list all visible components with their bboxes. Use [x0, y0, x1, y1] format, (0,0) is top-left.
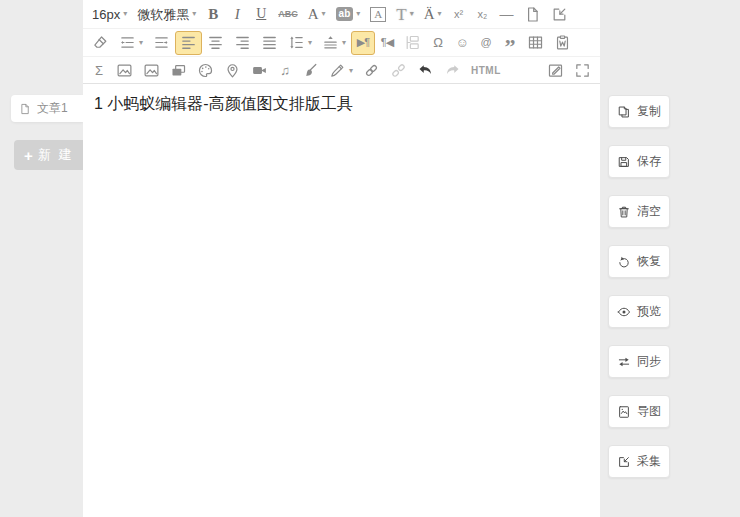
- trash-icon: [617, 205, 631, 219]
- editor-content-area[interactable]: 1 小蚂蚁编辑器-高颜值图文排版工具: [83, 84, 600, 517]
- font-family-select[interactable]: 微软雅黑▾: [132, 2, 201, 26]
- html-source-button[interactable]: HTML: [466, 59, 506, 83]
- text-background-color-button[interactable]: ab▾: [331, 2, 366, 26]
- paragraph-spacing-button[interactable]: ▾: [317, 31, 351, 55]
- subscript-button[interactable]: x₂: [471, 2, 495, 26]
- backward-pilcrow-button[interactable]: ¶◀: [375, 31, 399, 55]
- indent-button[interactable]: ▾: [114, 31, 148, 55]
- image-library-button[interactable]: [138, 59, 165, 83]
- import-icon: [617, 455, 631, 469]
- align-right-button[interactable]: [229, 31, 256, 55]
- import-article-button[interactable]: [546, 2, 573, 26]
- align-center-button[interactable]: [202, 31, 229, 55]
- mindmap-button[interactable]: 导图: [608, 395, 670, 428]
- font-color-button[interactable]: A▾: [303, 2, 331, 26]
- copy-button-label: 复制: [637, 103, 661, 120]
- formula-button[interactable]: Σ: [87, 59, 111, 83]
- article-tab[interactable]: 文章1: [11, 95, 83, 122]
- fullscreen-button[interactable]: [569, 59, 596, 83]
- italic-button[interactable]: I: [225, 2, 249, 26]
- font-size-select-label: 16px: [92, 8, 120, 21]
- blockquote-button[interactable]: ”: [498, 31, 522, 55]
- text-border-button[interactable]: A: [365, 2, 391, 26]
- align-left-icon: [180, 34, 197, 51]
- card-button[interactable]: [165, 59, 192, 83]
- dropdown-caret-icon: ▾: [342, 39, 346, 47]
- emoji-button[interactable]: ☺: [450, 31, 474, 55]
- sync-button[interactable]: 同步: [608, 345, 670, 378]
- mention-search-button-label: @: [480, 37, 491, 48]
- table-button[interactable]: [522, 31, 549, 55]
- save-button-label: 保存: [637, 153, 661, 170]
- formula-button-label: Σ: [95, 64, 103, 77]
- paste-from-word-button[interactable]: [549, 31, 576, 55]
- copy-button[interactable]: 复制: [608, 95, 670, 128]
- brush-icon: [302, 62, 319, 79]
- outdent-icon: [153, 34, 170, 51]
- dropdown-caret-icon: ▾: [322, 10, 326, 18]
- bold-button[interactable]: B: [201, 2, 225, 26]
- collect-button-label: 采集: [637, 453, 661, 470]
- font-size-select[interactable]: 16px▾: [87, 2, 132, 26]
- align-justify-button[interactable]: [256, 31, 283, 55]
- text-shadow-button-label: T: [396, 6, 406, 23]
- horizontal-rule-button[interactable]: —: [495, 2, 519, 26]
- collect-button[interactable]: 采集: [608, 445, 670, 478]
- line-height-button[interactable]: ▾: [283, 31, 317, 55]
- blockquote-button-label: ”: [505, 36, 516, 57]
- audio-button-label: ♫: [280, 64, 290, 77]
- font-family-select-label: 微软雅黑: [137, 8, 189, 21]
- special-char-button[interactable]: Ω: [426, 31, 450, 55]
- italic-button-label: I: [235, 7, 240, 22]
- superscript-button-label: x²: [454, 9, 463, 20]
- page-icon: [524, 6, 541, 23]
- clear-button[interactable]: 清空: [608, 195, 670, 228]
- redo-icon: [444, 62, 461, 79]
- article-list-rail: 文章1 + 新 建: [0, 0, 83, 517]
- location-button[interactable]: [219, 59, 246, 83]
- undo-button[interactable]: [412, 59, 439, 83]
- pinyin-annotation-button[interactable]: Ä▾: [419, 2, 447, 26]
- forward-pilcrow-button[interactable]: ▶¶: [351, 31, 375, 55]
- mention-search-button[interactable]: @: [474, 31, 498, 55]
- word-icon: [554, 34, 571, 51]
- new-page-button[interactable]: [519, 2, 546, 26]
- split-section-button[interactable]: [399, 31, 426, 55]
- font-color-button-label: A: [308, 7, 319, 22]
- html-source-button-label: HTML: [471, 66, 501, 76]
- emoji-button-label: ☺: [455, 36, 468, 49]
- bold-button-label: B: [208, 7, 218, 22]
- new-article-button[interactable]: + 新 建: [14, 140, 83, 170]
- video-button[interactable]: [246, 59, 273, 83]
- text-shadow-button[interactable]: T▾: [391, 2, 418, 26]
- pen-style-button[interactable]: ▾: [324, 59, 358, 83]
- unlink-button[interactable]: [385, 59, 412, 83]
- text-border-button-label: A: [370, 7, 386, 22]
- dropdown-caret-icon: ▾: [410, 10, 414, 18]
- clear-format-button[interactable]: [87, 31, 114, 55]
- color-palette-button[interactable]: [192, 59, 219, 83]
- underline-button-label: U: [256, 7, 266, 21]
- editor-paragraph[interactable]: 1 小蚂蚁编辑器-高颜值图文排版工具: [94, 93, 589, 115]
- insert-image-button[interactable]: [111, 59, 138, 83]
- underline-button[interactable]: U: [249, 2, 273, 26]
- indent-icon: [119, 34, 136, 51]
- quick-edit-button[interactable]: [542, 59, 569, 83]
- split-icon: [404, 34, 421, 51]
- text-background-color-button-label: ab: [336, 7, 354, 21]
- toolbar-row-2: ▾▾▾▶¶¶◀Ω☺@”: [83, 28, 600, 56]
- hyperlink-button[interactable]: [358, 59, 385, 83]
- line-height-icon: [288, 34, 305, 51]
- strikethrough-button[interactable]: ABC: [273, 2, 303, 26]
- preview-button[interactable]: 预览: [608, 295, 670, 328]
- audio-button[interactable]: ♫: [273, 59, 297, 83]
- save-button[interactable]: 保存: [608, 145, 670, 178]
- card-icon: [170, 62, 187, 79]
- pen-icon: [329, 62, 346, 79]
- superscript-button[interactable]: x²: [447, 2, 471, 26]
- redo-button[interactable]: [439, 59, 466, 83]
- first-line-indent-button[interactable]: [148, 31, 175, 55]
- restore-button[interactable]: 恢复: [608, 245, 670, 278]
- align-left-button[interactable]: [175, 31, 202, 55]
- brush-button[interactable]: [297, 59, 324, 83]
